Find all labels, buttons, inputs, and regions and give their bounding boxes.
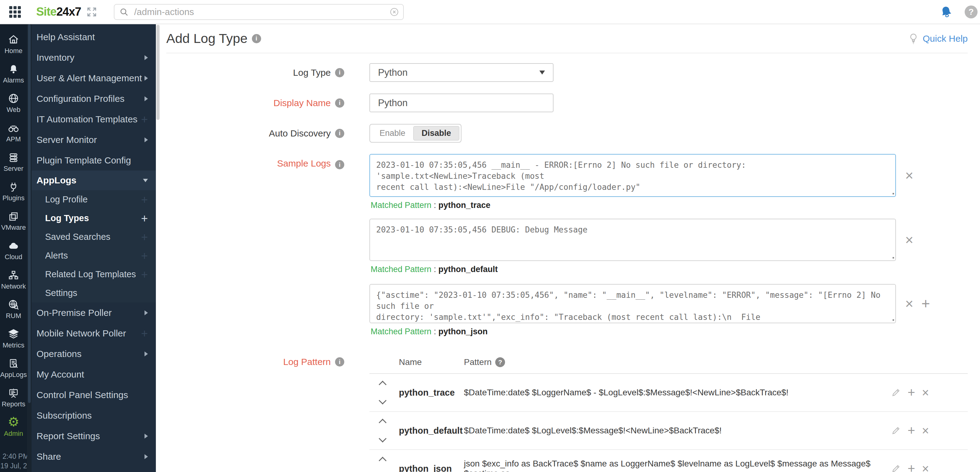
sidebar-item-report-settings[interactable]: Report Settings: [32, 426, 156, 446]
remove-sample-icon[interactable]: [905, 234, 913, 246]
log-type-select[interactable]: Python: [369, 63, 554, 82]
sidebar-item-saved-searches[interactable]: Saved Searches: [32, 227, 156, 246]
notifications-bell-icon[interactable]: [940, 5, 953, 19]
site24x7-logo[interactable]: Site24x7: [36, 5, 81, 18]
rail-item-network[interactable]: Network: [0, 264, 27, 294]
pattern-value: $DateTime:date$ $LogLevel$:$Message$!<Ne…: [464, 426, 891, 435]
content-scrollbar-track: [156, 24, 160, 472]
network-icon: [8, 267, 19, 281]
sidebar-item-mobile-network-poller[interactable]: Mobile Network Poller: [32, 323, 156, 343]
sidebar-item-help-assistant[interactable]: Help Assistant: [32, 27, 156, 47]
delete-pattern-icon[interactable]: [922, 462, 929, 472]
move-down-icon[interactable]: [379, 397, 386, 404]
move-down-icon[interactable]: [379, 435, 386, 442]
sidebar-item-plugin-template-config[interactable]: Plugin Template Config: [32, 150, 156, 170]
sidebar-item-log-profile[interactable]: Log Profile: [32, 190, 156, 209]
enable-button[interactable]: Enable: [372, 126, 413, 140]
add-pattern-icon[interactable]: [908, 386, 915, 399]
rail-item-reports[interactable]: Reports: [0, 382, 27, 411]
sidebar-item-on-premise-poller[interactable]: On-Premise Poller: [32, 302, 156, 323]
remove-sample-icon[interactable]: [905, 297, 913, 310]
sidebar-item-share[interactable]: Share: [32, 446, 156, 467]
rail-item-plugins[interactable]: Plugins: [0, 176, 27, 205]
sidebar-item-related-log-templates[interactable]: Related Log Templates: [32, 265, 156, 284]
pattern-help-icon[interactable]: [495, 357, 505, 367]
delete-pattern-icon[interactable]: [922, 424, 929, 437]
plus-icon[interactable]: [141, 251, 148, 261]
edit-pencil-icon[interactable]: [891, 426, 901, 435]
info-icon[interactable]: [335, 68, 344, 77]
main-content: Add Log Type Quick Help Log Type: [160, 24, 980, 472]
info-icon[interactable]: [335, 160, 344, 169]
table-header: Name Pattern: [369, 354, 968, 374]
sidebar-scrollbar-thumb[interactable]: [28, 24, 31, 403]
sidebar-item-log-types[interactable]: Log Types: [32, 209, 156, 227]
search-input[interactable]: [114, 4, 404, 20]
sidebar-item-control-panel-settings[interactable]: Control Panel Settings: [32, 385, 156, 405]
rail-item-cloud[interactable]: Cloud: [0, 235, 27, 264]
plus-icon[interactable]: [141, 115, 148, 124]
pattern-column-header: Pattern: [464, 357, 492, 367]
rail-item-apm[interactable]: APM: [0, 117, 27, 146]
sidebar-item-applogs[interactable]: AppLogs: [32, 170, 156, 190]
display-name-input[interactable]: [369, 94, 554, 112]
rail-item-metrics[interactable]: Metrics: [0, 323, 27, 353]
move-up-icon[interactable]: [379, 381, 386, 388]
plus-icon[interactable]: [141, 270, 148, 279]
sidebar-item-user-alert-management[interactable]: User & Alert Management: [32, 68, 156, 88]
rail-item-alarms[interactable]: Alarms: [0, 58, 27, 87]
sample-log-textarea-1[interactable]: 2023-01-10 07:35:05,456 __main__ - ERROR…: [369, 154, 896, 197]
pattern-name: python_json: [399, 464, 464, 472]
sidebar-item-settings[interactable]: Settings: [32, 284, 156, 302]
log-document-icon: [8, 356, 19, 369]
info-icon[interactable]: [335, 99, 344, 108]
remove-sample-icon[interactable]: [905, 169, 913, 181]
rail-item-vmware[interactable]: VMware: [0, 205, 27, 235]
sidebar-item-it-automation-templates[interactable]: IT Automation Templates: [32, 109, 156, 129]
sidebar-item-server-monitor[interactable]: Server Monitor: [32, 129, 156, 150]
plus-icon[interactable]: [141, 329, 148, 338]
quick-help-button[interactable]: Quick Help: [908, 32, 968, 45]
rail-item-web[interactable]: Web: [0, 87, 27, 117]
move-up-icon[interactable]: [379, 457, 386, 464]
rail-item-rum[interactable]: RUM: [0, 294, 27, 323]
info-icon[interactable]: [335, 357, 344, 367]
sidebar-item-configuration-profiles[interactable]: Configuration Profiles: [32, 88, 156, 109]
plus-icon[interactable]: [141, 195, 148, 204]
delete-pattern-icon[interactable]: [922, 386, 929, 399]
rail-item-applogs[interactable]: AppLogs: [0, 353, 27, 382]
sample-log-textarea-2[interactable]: 2023-01-10 07:35:05,456 DEBUG: Debug Mes…: [369, 219, 896, 261]
plus-icon[interactable]: [141, 232, 148, 242]
server-icon: [8, 150, 19, 163]
rail-item-server[interactable]: Server: [0, 146, 27, 176]
sidebar-item-operations[interactable]: Operations: [32, 343, 156, 364]
edit-pencil-icon[interactable]: [891, 464, 901, 472]
add-pattern-icon[interactable]: [908, 462, 915, 472]
sample-log-3: {"asctime": "2023-01-10 07:35:05,456", "…: [369, 284, 968, 323]
rail-item-admin[interactable]: ⚙ Admin: [0, 411, 27, 441]
content-scrollbar-thumb[interactable]: [156, 25, 159, 120]
stacked-layers-icon: [8, 326, 19, 340]
plus-icon[interactable]: [141, 214, 148, 223]
sidebar-item-subscriptions[interactable]: Subscriptions: [32, 405, 156, 426]
add-sample-icon[interactable]: [921, 297, 930, 310]
admin-sidebar: Help Assistant Inventory User & Alert Ma…: [32, 24, 156, 472]
expand-icon[interactable]: [86, 7, 97, 17]
clear-search-icon[interactable]: [390, 7, 399, 17]
info-icon[interactable]: [335, 129, 344, 138]
sample-log-textarea-3[interactable]: {"asctime": "2023-01-10 07:35:05,456", "…: [369, 284, 896, 323]
app-grid-icon[interactable]: [9, 6, 21, 18]
sidebar-item-my-account[interactable]: My Account: [32, 364, 156, 385]
page-header: Add Log Type Quick Help: [166, 24, 968, 53]
sidebar-item-alerts[interactable]: Alerts: [32, 246, 156, 265]
move-up-icon[interactable]: [379, 419, 386, 426]
add-pattern-icon[interactable]: [908, 424, 915, 437]
info-icon[interactable]: [252, 34, 261, 43]
edit-pencil-icon[interactable]: [891, 388, 901, 397]
sidebar-item-inventory[interactable]: Inventory: [32, 47, 156, 68]
help-icon[interactable]: [965, 6, 978, 18]
disable-button[interactable]: Disable: [413, 126, 459, 140]
rail-item-home[interactable]: Home: [0, 29, 27, 58]
binoculars-icon: [7, 120, 20, 134]
applogs-section: AppLogs Log Profile Log Types Saved Sear…: [32, 170, 156, 302]
